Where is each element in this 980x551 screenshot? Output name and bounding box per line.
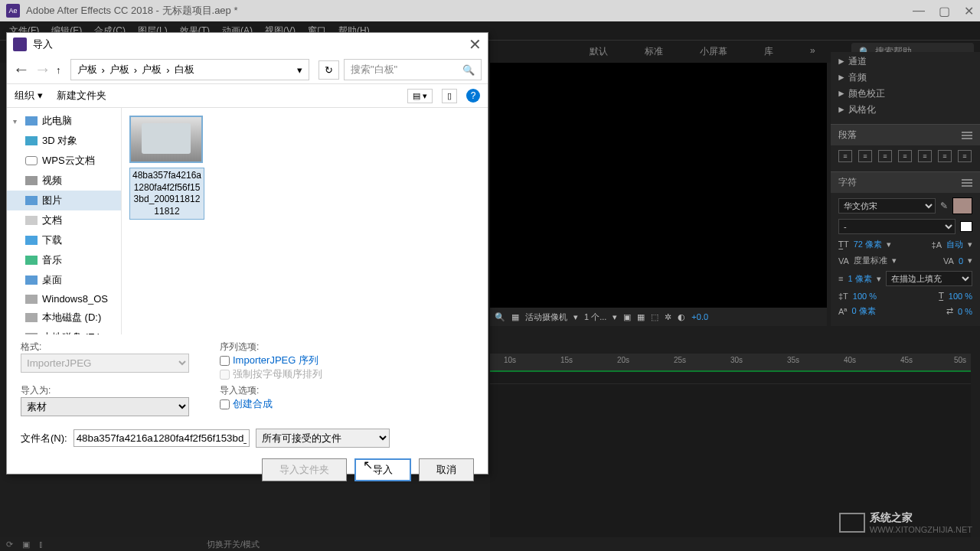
nav-back-icon[interactable]: ←	[13, 60, 30, 80]
import-button[interactable]: 导入	[354, 458, 411, 481]
effect-color[interactable]: ► 颜色校正	[837, 86, 974, 102]
folder-icon	[25, 116, 38, 126]
panel-menu-icon-2[interactable]	[962, 179, 972, 187]
align-justify-last-left-icon[interactable]: ≡	[898, 150, 912, 162]
kerning-value[interactable]: 度量标准	[854, 255, 887, 266]
timeline-track[interactable]	[490, 370, 971, 384]
sidebar-item-5[interactable]: 文档	[7, 210, 121, 230]
new-folder-button[interactable]: 新建文件夹	[57, 89, 106, 103]
align-right-icon[interactable]: ≡	[878, 150, 892, 162]
align-justify-all-icon[interactable]: ≡	[958, 150, 972, 162]
folder-icon	[25, 176, 38, 185]
folder-icon	[25, 276, 38, 285]
help-button[interactable]: ?	[466, 89, 480, 103]
timeline-mark: 40s	[844, 356, 856, 364]
viewer-exposure-icon[interactable]: ◐	[678, 312, 685, 322]
baseline-value[interactable]: 0 像素	[851, 305, 875, 317]
sidebar-item-2[interactable]: WPS云文档	[7, 151, 121, 171]
viewer-icon-1[interactable]: ▣	[623, 312, 631, 322]
sidebar-item-0[interactable]: ▾此电脑	[7, 111, 121, 131]
folder-search-input[interactable]: 搜索"白板" 🔍	[344, 59, 482, 80]
sidebar-item-8[interactable]: 桌面	[7, 270, 121, 290]
character-panel-header[interactable]: 字符	[831, 171, 980, 193]
breadcrumb[interactable]: 户板› 户板› 户板› 白板 ▾	[70, 59, 310, 80]
hscale-icon: T̲	[939, 291, 944, 301]
vscale-value[interactable]: 100 %	[853, 292, 877, 301]
workspace-more-icon[interactable]: »	[802, 42, 823, 61]
sidebar-item-11[interactable]: 本地磁盘 (E:)	[7, 328, 121, 334]
sidebar-item-7[interactable]: 音乐	[7, 250, 121, 270]
viewer-exposure-value[interactable]: +0.0	[691, 312, 708, 321]
workspace-small[interactable]: 小屏幕	[692, 42, 735, 61]
filename-input[interactable]	[74, 429, 250, 447]
right-panels: ► 通道 ► 音频 ► 颜色校正 ► 风格化 段落 ≡ ≡ ≡ ≡ ≡ ≡ ≡ …	[831, 52, 980, 326]
stroke-option-select[interactable]: 在描边上填充	[886, 271, 972, 286]
align-center-icon[interactable]: ≡	[858, 150, 872, 162]
align-justify-last-center-icon[interactable]: ≡	[918, 150, 932, 162]
sidebar-item-4[interactable]: 图片	[7, 191, 121, 210]
close-button[interactable]: ✕	[964, 4, 974, 18]
status-icon-3[interactable]: ⫿	[39, 540, 44, 549]
folder-icon	[25, 256, 38, 265]
workspace-library[interactable]: 库	[756, 42, 781, 61]
font-style-select[interactable]: -	[838, 219, 956, 234]
stroke-color-swatch[interactable]	[960, 221, 972, 232]
importer-jpeg-seq-checkbox[interactable]	[220, 356, 230, 366]
view-mode-button[interactable]: ▤ ▾	[407, 89, 433, 103]
nav-up-icon[interactable]: ↑	[56, 64, 61, 76]
workspace-standard[interactable]: 标准	[637, 42, 671, 61]
eyedropper-icon[interactable]: ✎	[940, 201, 948, 211]
viewer-magnify-icon[interactable]: 🔍	[495, 312, 505, 322]
tsume-value[interactable]: 0 %	[958, 307, 972, 316]
viewer-icon-2[interactable]: ▦	[637, 312, 645, 322]
font-size-value[interactable]: 72 像素	[854, 239, 882, 250]
align-left-icon[interactable]: ≡	[838, 150, 852, 162]
format-select[interactable]: ImporterJPEG	[21, 354, 189, 373]
refresh-button[interactable]: ↻	[318, 60, 339, 80]
minimize-button[interactable]: —	[913, 4, 925, 18]
hscale-value[interactable]: 100 %	[949, 292, 972, 301]
organize-menu[interactable]: 组织 ▾	[15, 89, 43, 103]
tracking-value[interactable]: 0	[959, 256, 963, 266]
file-item[interactable]: 48ba357fa4216a1280fa4f2f56f153bd_2009118…	[129, 116, 204, 220]
panel-menu-icon[interactable]	[962, 132, 972, 139]
effect-audio[interactable]: ► 音频	[837, 70, 974, 86]
sidebar-item-1[interactable]: 3D 对象	[7, 131, 121, 151]
paragraph-panel-header[interactable]: 段落	[831, 124, 980, 145]
create-comp-checkbox[interactable]	[220, 399, 230, 409]
composition-viewer[interactable]	[490, 63, 827, 308]
dialog-close-button[interactable]: ✕	[469, 35, 482, 54]
sidebar-item-6[interactable]: 下载	[7, 230, 121, 250]
maximize-button[interactable]: ▢	[939, 4, 950, 18]
stroke-width-value[interactable]: 1 像素	[848, 273, 871, 285]
fill-color-swatch[interactable]	[952, 197, 972, 214]
sidebar-item-9[interactable]: Windows8_OS	[7, 290, 121, 308]
effect-channel[interactable]: ► 通道	[837, 54, 974, 70]
leading-value[interactable]: 自动	[946, 239, 963, 250]
viewer-views-select[interactable]: 1 个...	[584, 311, 606, 323]
nav-forward-icon[interactable]: →	[34, 60, 51, 80]
status-icon-2[interactable]: ▣	[22, 540, 30, 549]
effect-stylize[interactable]: ► 风格化	[837, 102, 974, 118]
watermark: 系统之家 WWW.XITONGZHIJIA.NET	[839, 511, 972, 534]
sidebar-item-label: 音乐	[42, 253, 62, 267]
font-family-select[interactable]: 华文仿宋	[838, 198, 936, 214]
viewer-camera-select[interactable]: 活动摄像机	[525, 311, 567, 323]
import-as-select[interactable]: 素材	[21, 397, 189, 416]
viewer-grid-icon[interactable]: ▦	[511, 312, 519, 322]
file-list-area[interactable]: 48ba357fa4216a1280fa4f2f56f153bd_2009118…	[122, 108, 488, 334]
preview-pane-button[interactable]: ▯	[442, 89, 457, 103]
status-icon-1[interactable]: ⟳	[6, 540, 13, 549]
file-filter-select[interactable]: 所有可接受的文件	[256, 429, 390, 448]
align-justify-last-right-icon[interactable]: ≡	[938, 150, 952, 162]
toggle-switches-label[interactable]: 切换开关/模式	[207, 539, 260, 550]
timeline-panel[interactable]: 10s 15s 20s 25s 30s 35s 40s 45s 50s	[490, 354, 971, 537]
sidebar-item-3[interactable]: 视频	[7, 171, 121, 191]
sidebar-item-10[interactable]: 本地磁盘 (D:)	[7, 308, 121, 328]
cancel-button[interactable]: 取消	[419, 458, 474, 481]
workspace-default[interactable]: 默认	[582, 42, 616, 61]
viewer-icon-4[interactable]: ✲	[665, 312, 671, 322]
import-folder-button[interactable]: 导入文件夹	[262, 458, 347, 481]
timeline-ruler[interactable]: 10s 15s 20s 25s 30s 35s 40s 45s 50s	[490, 354, 971, 370]
viewer-icon-3[interactable]: ⬚	[651, 312, 658, 322]
